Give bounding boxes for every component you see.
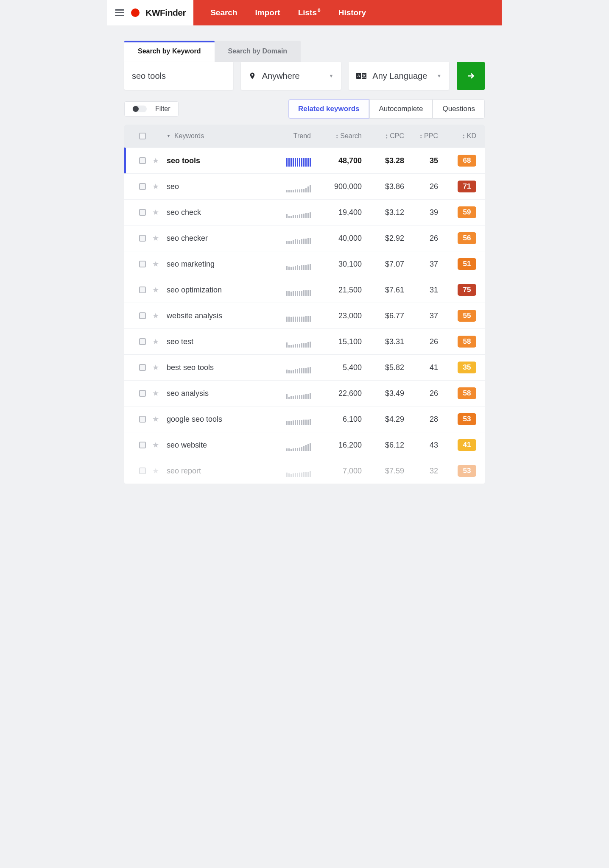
table-row[interactable]: ★ seo checker 40,000 $2.92 26 56 bbox=[124, 225, 485, 251]
location-select[interactable]: Anywhere ▼ bbox=[241, 62, 341, 90]
search-input[interactable] bbox=[132, 71, 226, 81]
table-row[interactable]: ★ seo optimization 21,500 $7.61 31 75 bbox=[124, 277, 485, 303]
star-icon[interactable]: ★ bbox=[152, 415, 159, 423]
nav-lists[interactable]: Lists0 bbox=[298, 8, 321, 17]
col-search[interactable]: ▲▼Search bbox=[311, 132, 362, 140]
row-checkbox[interactable] bbox=[139, 338, 146, 345]
filter-toggle[interactable]: Filter bbox=[124, 101, 179, 117]
row-checkbox[interactable] bbox=[139, 261, 146, 267]
star-icon[interactable]: ★ bbox=[152, 389, 159, 398]
kd-badge: 53 bbox=[458, 465, 476, 477]
subtab-questions[interactable]: Questions bbox=[433, 99, 485, 119]
row-checkbox[interactable] bbox=[139, 209, 146, 216]
tab-search-by-domain[interactable]: Search by Domain bbox=[215, 41, 301, 62]
star-icon[interactable]: ★ bbox=[152, 208, 159, 217]
row-checkbox[interactable] bbox=[139, 416, 146, 423]
table-row[interactable]: ★ seo marketing 30,100 $7.07 37 51 bbox=[124, 251, 485, 277]
cpc-value: $3.28 bbox=[385, 156, 404, 165]
star-icon[interactable]: ★ bbox=[152, 286, 159, 294]
cpc-value: $2.92 bbox=[385, 234, 404, 242]
tab-search-by-keyword[interactable]: Search by Keyword bbox=[124, 41, 215, 62]
search-volume: 48,700 bbox=[338, 156, 362, 165]
kd-badge: 68 bbox=[458, 155, 476, 167]
subtab-autocomplete[interactable]: Autocomplete bbox=[369, 99, 433, 119]
row-checkbox[interactable] bbox=[139, 157, 146, 164]
trend-sparkline bbox=[273, 258, 311, 270]
trend-sparkline bbox=[273, 232, 311, 244]
trend-sparkline bbox=[273, 413, 311, 425]
brand: KWFinder bbox=[145, 8, 186, 18]
table-row[interactable]: ★ website analysis 23,000 $6.77 37 55 bbox=[124, 303, 485, 328]
star-icon[interactable]: ★ bbox=[152, 337, 159, 346]
language-select[interactable]: A文 Any Language ▼ bbox=[349, 62, 449, 90]
cpc-value: $3.49 bbox=[385, 389, 404, 398]
table-row[interactable]: ★ seo tools 48,700 $3.28 35 68 bbox=[124, 147, 485, 173]
kd-badge: 58 bbox=[458, 387, 476, 399]
search-volume: 16,200 bbox=[338, 441, 362, 449]
kd-badge: 53 bbox=[458, 413, 476, 425]
cpc-value: $6.77 bbox=[385, 312, 404, 320]
star-icon[interactable]: ★ bbox=[152, 156, 159, 165]
row-checkbox[interactable] bbox=[139, 287, 146, 293]
star-icon[interactable]: ★ bbox=[152, 363, 159, 372]
col-cpc[interactable]: ▲▼CPC bbox=[362, 132, 404, 140]
keyword-text: website analysis bbox=[167, 312, 222, 320]
keyword-text: seo optimization bbox=[167, 286, 222, 295]
kd-badge: 75 bbox=[458, 284, 476, 296]
table-row[interactable]: ★ seo website 16,200 $6.12 43 41 bbox=[124, 432, 485, 458]
row-checkbox[interactable] bbox=[139, 364, 146, 371]
star-icon[interactable]: ★ bbox=[152, 441, 159, 449]
col-ppc[interactable]: ▲▼PPC bbox=[404, 132, 438, 140]
row-checkbox[interactable] bbox=[139, 183, 146, 190]
search-volume: 21,500 bbox=[338, 286, 362, 294]
row-checkbox[interactable] bbox=[139, 442, 146, 448]
search-submit-button[interactable] bbox=[457, 62, 485, 90]
table-row[interactable]: ★ seo 900,000 $3.86 26 71 bbox=[124, 173, 485, 199]
table-row[interactable]: ★ google seo tools 6,100 $4.29 28 53 bbox=[124, 406, 485, 432]
table-row[interactable]: ★ seo analysis 22,600 $3.49 26 58 bbox=[124, 380, 485, 406]
cpc-value: $3.31 bbox=[385, 337, 404, 346]
col-kd[interactable]: ▲▼KD bbox=[438, 132, 476, 140]
menu-icon[interactable] bbox=[115, 9, 124, 16]
nav-search[interactable]: Search bbox=[210, 8, 237, 17]
cpc-value: $5.82 bbox=[385, 363, 404, 372]
keyword-text: seo marketing bbox=[167, 260, 215, 269]
table-row[interactable]: ★ seo test 15,100 $3.31 26 58 bbox=[124, 328, 485, 354]
cpc-value: $4.29 bbox=[385, 415, 404, 423]
keyword-table: ▼Keywords Trend ▲▼Search ▲▼CPC ▲▼PPC ▲▼K… bbox=[124, 125, 485, 484]
search-volume: 7,000 bbox=[343, 467, 362, 475]
cpc-value: $7.61 bbox=[385, 286, 404, 294]
keyword-text: seo report bbox=[167, 467, 201, 476]
star-icon[interactable]: ★ bbox=[152, 182, 159, 191]
subtab-related[interactable]: Related keywords bbox=[288, 99, 369, 119]
table-row[interactable]: ★ seo report 7,000 $7.59 32 53 bbox=[124, 458, 485, 484]
star-icon[interactable]: ★ bbox=[152, 312, 159, 320]
kd-badge: 41 bbox=[458, 439, 476, 451]
nav-import[interactable]: Import bbox=[255, 8, 280, 17]
cpc-value: $7.59 bbox=[385, 467, 404, 475]
col-trend[interactable]: Trend bbox=[273, 132, 311, 140]
row-checkbox[interactable] bbox=[139, 467, 146, 474]
star-icon[interactable]: ★ bbox=[152, 234, 159, 242]
kd-badge: 71 bbox=[458, 181, 476, 192]
nav-history[interactable]: History bbox=[338, 8, 366, 17]
row-checkbox[interactable] bbox=[139, 390, 146, 397]
col-keywords[interactable]: ▼Keywords bbox=[167, 132, 273, 140]
select-all-checkbox[interactable] bbox=[139, 133, 146, 139]
ppc-value: 26 bbox=[430, 337, 438, 346]
language-value: Any Language bbox=[372, 71, 431, 81]
star-icon[interactable]: ★ bbox=[152, 467, 159, 475]
keyword-text: google seo tools bbox=[167, 415, 222, 424]
search-volume: 5,400 bbox=[343, 363, 362, 372]
cpc-value: $3.12 bbox=[385, 208, 404, 217]
ppc-value: 32 bbox=[430, 467, 438, 475]
star-icon[interactable]: ★ bbox=[152, 260, 159, 268]
row-checkbox[interactable] bbox=[139, 312, 146, 319]
row-checkbox[interactable] bbox=[139, 235, 146, 242]
toggle-icon bbox=[132, 106, 147, 112]
chevron-down-icon: ▼ bbox=[329, 73, 333, 78]
table-row[interactable]: ★ seo check 19,400 $3.12 39 59 bbox=[124, 199, 485, 225]
trend-sparkline bbox=[273, 155, 311, 167]
table-row[interactable]: ★ best seo tools 5,400 $5.82 41 35 bbox=[124, 354, 485, 380]
trend-sparkline bbox=[273, 284, 311, 296]
